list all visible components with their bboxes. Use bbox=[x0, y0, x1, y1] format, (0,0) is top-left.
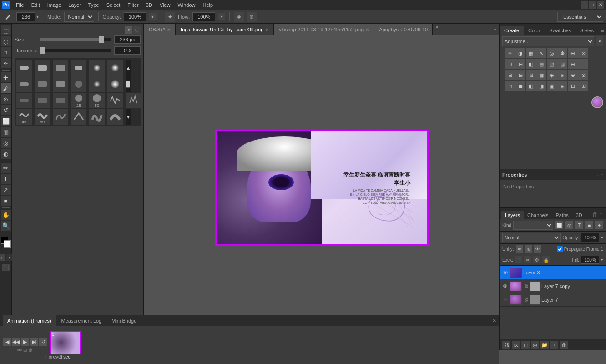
brush-preset-18[interactable] bbox=[107, 93, 123, 108]
shape-adj-2[interactable]: ◼ bbox=[515, 81, 525, 91]
background-color[interactable] bbox=[4, 240, 11, 248]
brush-size-slider[interactable] bbox=[40, 38, 111, 41]
layer-mask-btn[interactable]: ◻ bbox=[521, 341, 530, 349]
layer-row-2[interactable]: 👁 ⛓ Layer 7 bbox=[500, 293, 606, 307]
anim-frames-tab[interactable]: Animation (Frames) bbox=[3, 315, 56, 326]
brush-preset-7[interactable] bbox=[16, 76, 32, 92]
adj-more[interactable]: ⋯ bbox=[578, 59, 588, 69]
layer-1-visibility[interactable]: 👁 bbox=[501, 283, 509, 290]
tab-vlc[interactable]: vlcsnap-2011-03-19-12h49m11s2.png ✕ bbox=[274, 24, 374, 35]
menu-window[interactable]: Window bbox=[174, 1, 198, 9]
tab-gb8[interactable]: GB/8) * ✕ bbox=[144, 24, 176, 35]
brush-scroll-up[interactable]: ▲ bbox=[126, 60, 131, 76]
brush-preset-21[interactable]: 50 bbox=[35, 109, 50, 125]
brush-tool-icon[interactable] bbox=[3, 11, 14, 22]
tab-styles[interactable]: Styles bbox=[576, 26, 598, 35]
properties-min-btn[interactable]: ─ bbox=[596, 172, 599, 177]
vibrance-adj[interactable]: ❋ bbox=[557, 48, 567, 58]
unify-pos-btn[interactable]: ⊕ bbox=[516, 245, 523, 253]
tab-inga-close[interactable]: ✕ bbox=[265, 27, 269, 32]
brush-preset-12[interactable] bbox=[107, 76, 123, 92]
meas-log-tab[interactable]: Measurement Log bbox=[57, 315, 106, 326]
photo-filter-adj[interactable]: ⊡ bbox=[505, 59, 515, 69]
history-tool[interactable]: ↺ bbox=[1, 105, 11, 115]
shape-adj-5[interactable]: ▣ bbox=[547, 81, 557, 91]
layer-row-0[interactable]: 👁 Layer 3 bbox=[500, 266, 606, 279]
prev-frame-btn[interactable]: |◀ bbox=[3, 338, 11, 346]
crop-tool[interactable]: ⌗ bbox=[1, 47, 11, 57]
eraser-tool-btn[interactable]: ⬜ bbox=[1, 116, 11, 126]
user-avatar[interactable] bbox=[591, 96, 603, 108]
path-tool[interactable]: ↗ bbox=[1, 185, 11, 195]
brightness-adj[interactable]: ☀ bbox=[505, 48, 515, 58]
canvas-container[interactable]: 幸生新生圣喜 临谊青断时喜学生小 LA VIDA TE CAMBIA CADA … bbox=[144, 35, 499, 340]
eraser-btn[interactable]: ◈ bbox=[234, 12, 244, 22]
shape-adj-1[interactable]: ◻ bbox=[505, 81, 515, 91]
hardness-slider[interactable] bbox=[40, 49, 111, 52]
brush-preset-20[interactable]: 45 bbox=[16, 109, 32, 125]
brush-preset-11[interactable] bbox=[89, 76, 105, 92]
kind-type-btn[interactable]: T bbox=[575, 221, 583, 229]
tab-create[interactable]: Create bbox=[500, 26, 524, 35]
brush-preset-5[interactable] bbox=[89, 60, 105, 76]
tween-btn[interactable]: ••• bbox=[17, 348, 22, 353]
posterize-adj[interactable]: ▤ bbox=[536, 59, 546, 69]
right-top-close[interactable]: ≡ bbox=[598, 26, 606, 35]
minimize-button[interactable]: ─ bbox=[581, 1, 588, 9]
hardness-value-input[interactable] bbox=[114, 46, 141, 55]
hue-adj[interactable]: ⊕ bbox=[568, 48, 578, 58]
brush-preset-23[interactable] bbox=[71, 109, 86, 125]
layers-options-btn[interactable]: ≡ bbox=[600, 212, 602, 218]
tab-inga[interactable]: Inga_kawaii_Un-Go_by_saoriXIII.png ✕ bbox=[176, 24, 274, 35]
brush-preset-6[interactable] bbox=[107, 60, 123, 76]
tab-vlc-close[interactable]: ✕ bbox=[365, 27, 369, 32]
brush-preset-13[interactable] bbox=[16, 93, 32, 108]
menu-layer[interactable]: Layer bbox=[65, 1, 84, 9]
close-button[interactable]: ✕ bbox=[597, 1, 604, 9]
first-frame-btn[interactable]: ◀◀ bbox=[12, 338, 20, 346]
screen-mode-btn[interactable]: ⬛ bbox=[2, 264, 10, 271]
layers-3d-tab[interactable]: 3D bbox=[572, 211, 586, 219]
layers-tab[interactable]: Layers bbox=[501, 211, 524, 219]
threshold-adj[interactable]: ▧ bbox=[547, 59, 557, 69]
flow-input[interactable] bbox=[192, 12, 215, 21]
tab-overflow-btn[interactable]: » bbox=[433, 24, 441, 35]
loop-btn[interactable]: ↺ bbox=[39, 338, 47, 346]
layer-adj-add-btn[interactable]: ◎ bbox=[531, 341, 539, 349]
adjustments-dropdown[interactable]: Adjustme... bbox=[502, 36, 594, 46]
lock-transparent-btn[interactable]: ⬚ bbox=[515, 256, 522, 263]
layer-adj-8[interactable]: ⊗ bbox=[578, 70, 588, 80]
kind-adj-btn[interactable]: ◎ bbox=[565, 221, 573, 229]
shape-tool[interactable]: ■ bbox=[1, 196, 11, 206]
kind-shape-btn[interactable]: ■ bbox=[585, 221, 593, 229]
layer-2-visibility[interactable]: 👁 bbox=[501, 296, 509, 303]
opacity-input[interactable] bbox=[124, 12, 146, 21]
layer-adj-4[interactable]: ▦ bbox=[536, 70, 546, 80]
brush-preset-25[interactable] bbox=[107, 109, 123, 125]
blend-mode-select[interactable]: Normal bbox=[502, 233, 561, 242]
panel-collapse-btn[interactable]: » bbox=[490, 24, 499, 35]
brush-scroll-mid[interactable]: █ bbox=[126, 76, 131, 92]
menu-edit[interactable]: Edit bbox=[28, 1, 43, 9]
gradient-tool[interactable]: ▦ bbox=[1, 127, 11, 137]
kind-pixel-btn[interactable]: ⬜ bbox=[555, 221, 563, 229]
opacity-btn[interactable]: ▾ bbox=[149, 13, 157, 20]
layer-0-visibility[interactable]: 👁 bbox=[501, 269, 509, 276]
brush-size-thumb[interactable] bbox=[99, 36, 104, 43]
bottom-panel-close-btn[interactable]: ✕ bbox=[492, 318, 496, 324]
blend-mode-dropdown[interactable]: Normal bbox=[64, 12, 94, 22]
layer-adj-3[interactable]: ⊠ bbox=[526, 70, 536, 80]
layer-row-1[interactable]: 👁 ⛓ Layer 7 copy bbox=[500, 279, 606, 293]
layer-adj-1[interactable]: ⊞ bbox=[505, 70, 515, 80]
layers-opacity-input[interactable] bbox=[581, 233, 599, 242]
dodge-tool[interactable]: ◐ bbox=[1, 149, 11, 159]
shape-adj-4[interactable]: ◨ bbox=[536, 81, 546, 91]
menu-view[interactable]: View bbox=[157, 1, 174, 9]
tab-swatches[interactable]: Swatches bbox=[545, 26, 576, 35]
menu-help[interactable]: Help bbox=[200, 1, 217, 9]
layer-adj-7[interactable]: ⊕ bbox=[568, 70, 578, 80]
brush-tool[interactable]: 🖌 bbox=[1, 83, 11, 93]
properties-options-btn[interactable]: ≡ bbox=[601, 172, 603, 177]
menu-select[interactable]: Select bbox=[103, 1, 124, 9]
invert-adj[interactable]: ◧ bbox=[526, 59, 536, 69]
